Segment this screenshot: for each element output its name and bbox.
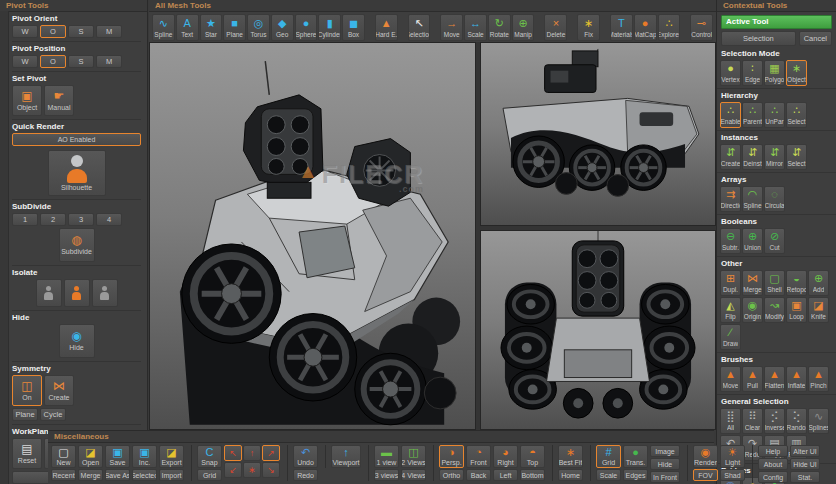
instance-create-button[interactable]: ⇵Create: [720, 144, 741, 170]
duplicate-button[interactable]: ⊞Dupl.: [720, 270, 741, 296]
export-button[interactable]: ◪Export: [159, 445, 184, 468]
redo-button[interactable]: Redo: [293, 469, 318, 481]
hierarchy-select-button[interactable]: ∴Select: [786, 102, 807, 128]
object-mode-button[interactable]: ∗Object: [786, 60, 807, 86]
set-pivot-manual-button[interactable]: ☛Manual: [44, 85, 74, 116]
brush-flatten-button[interactable]: ▲Flatten: [764, 366, 785, 392]
modify-button[interactable]: ↝Modify: [764, 297, 785, 323]
matcap-button[interactable]: ●MatCap: [634, 14, 657, 41]
snap-button[interactable]: CSnap: [197, 445, 222, 468]
save-incremental-button[interactable]: ▣Inc.: [132, 445, 157, 468]
isolate-left-button[interactable]: [36, 279, 62, 307]
manip-tool-button[interactable]: ⊕Manip: [512, 14, 535, 41]
snap-up-left-button[interactable]: ↖: [224, 445, 242, 461]
rear-viewport[interactable]: [480, 230, 716, 430]
spline-tool-button[interactable]: ∿Spline: [152, 14, 175, 41]
text-tool-button[interactable]: AText: [176, 14, 199, 41]
recent-button[interactable]: Recent: [51, 469, 76, 481]
flip-button[interactable]: ◭Flip: [720, 297, 741, 323]
bottom-view-button[interactable]: Bottom: [520, 469, 545, 481]
draw-button[interactable]: ∕Draw: [720, 324, 741, 350]
symmetry-create-button[interactable]: ⋈Create: [44, 375, 74, 406]
torus-tool-button[interactable]: ◎Torus: [247, 14, 270, 41]
subdivide-button[interactable]: ◍Subdivide: [59, 228, 95, 262]
boolean-subtract-button[interactable]: ⊖Subtr.: [720, 228, 741, 254]
home-view-button[interactable]: Home: [558, 469, 583, 481]
symmetry-on-button[interactable]: ◫On: [12, 375, 42, 406]
save-as-button[interactable]: Save As: [105, 469, 130, 481]
pivot-orient-screen-button[interactable]: S: [68, 25, 94, 38]
star-tool-button[interactable]: ★Star: [200, 14, 223, 41]
image-hide-button[interactable]: Hide: [650, 458, 680, 470]
front-view-button[interactable]: ◔Front: [466, 445, 491, 468]
loop-button[interactable]: ▣Loop: [786, 297, 807, 323]
merge-objects-button[interactable]: ⋈Merge: [742, 270, 763, 296]
materials-button[interactable]: TMaterials: [610, 14, 633, 41]
one-view-button[interactable]: ▬1 view: [374, 445, 399, 468]
isolate-right-button[interactable]: [92, 279, 118, 307]
new-button[interactable]: ▢New: [51, 445, 76, 468]
pivot-orient-manual-button[interactable]: M: [96, 25, 122, 38]
viewport-button[interactable]: ↑Viewport: [331, 445, 361, 468]
geo-tool-button[interactable]: ◆Geo: [271, 14, 294, 41]
workplane-reset-button[interactable]: ▤Reset: [12, 438, 42, 469]
hierarchy-enable-button[interactable]: ∴Enable: [720, 102, 741, 128]
light-button[interactable]: ☀Light: [720, 445, 745, 468]
explorer-button[interactable]: ∴Explorer: [658, 14, 681, 41]
knife-button[interactable]: ◪Knife: [808, 297, 829, 323]
hide-ui-button[interactable]: Hide UI: [790, 458, 820, 470]
brush-pull-button[interactable]: ▲Pull: [742, 366, 763, 392]
select-inverse-button[interactable]: ⡪Inverse: [764, 408, 785, 434]
control-button[interactable]: ⊸Control: [690, 14, 713, 41]
active-tool-cancel-button[interactable]: Cancel: [799, 31, 832, 46]
boolean-cut-button[interactable]: ⊘Cut: [764, 228, 785, 254]
pivot-orient-world-button[interactable]: W: [12, 25, 38, 38]
grid-scale-button[interactable]: Scale: [596, 469, 621, 481]
pivot-orient-object-button[interactable]: O: [40, 25, 66, 38]
boolean-union-button[interactable]: ⊕Union: [742, 228, 763, 254]
best-fit-button[interactable]: ∗Best Fit: [558, 445, 583, 468]
isolate-selected-button[interactable]: [64, 279, 90, 307]
silhouette-button[interactable]: Silhouette: [48, 150, 106, 196]
ortho-button[interactable]: Ortho: [439, 469, 464, 481]
snap-up-button[interactable]: ↑: [243, 445, 261, 461]
subdivide-level-2-button[interactable]: 2: [40, 213, 66, 226]
save-selected-button[interactable]: Selected: [132, 469, 157, 481]
perspective-button[interactable]: ◑Persp.: [439, 445, 464, 468]
hierarchy-unparent-button[interactable]: ∴UnPar: [764, 102, 785, 128]
snap-up-right-button[interactable]: ↗: [262, 445, 280, 461]
polygon-mode-button[interactable]: ▦Polygon: [764, 60, 785, 86]
retopo-button[interactable]: ◒Retopo: [786, 270, 807, 296]
pivot-position-world-button[interactable]: W: [12, 55, 38, 68]
instance-select-button[interactable]: ⇵Select: [786, 144, 807, 170]
instance-deinstance-button[interactable]: ⇵Deinst: [742, 144, 763, 170]
right-view-button[interactable]: ◕Right: [493, 445, 518, 468]
sphere-tool-button[interactable]: ●Sphere: [295, 14, 318, 41]
shadow-button[interactable]: Shad: [720, 469, 745, 481]
select-clear-button[interactable]: ⠿Clear: [742, 408, 763, 434]
array-direction-button[interactable]: ⇉Direction: [720, 186, 741, 212]
delete-button[interactable]: ×Delete: [544, 14, 567, 41]
origin-button[interactable]: ◉Origin: [742, 297, 763, 323]
hard-edge-button[interactable]: ▲Hard E.: [375, 14, 398, 41]
subdivide-level-3-button[interactable]: 3: [68, 213, 94, 226]
back-view-button[interactable]: Back: [466, 469, 491, 481]
open-button[interactable]: ◪Open: [78, 445, 103, 468]
fov-button[interactable]: FOV: [693, 469, 718, 481]
brush-move-button[interactable]: ▲Move: [720, 366, 741, 392]
transparency-button[interactable]: ●Trans.: [623, 445, 648, 468]
set-pivot-object-button[interactable]: ▣Object: [12, 85, 42, 116]
snap-grid-button[interactable]: Grid: [197, 469, 222, 481]
pivot-position-screen-button[interactable]: S: [68, 55, 94, 68]
top-view-button[interactable]: ◓Top: [520, 445, 545, 468]
rotate-tool-button[interactable]: ↻Rotate: [488, 14, 511, 41]
image-in-front-button[interactable]: In Front: [650, 471, 680, 483]
brush-pinch-button[interactable]: ▲Pinch: [808, 366, 829, 392]
image-button[interactable]: Image: [650, 445, 680, 457]
move-tool-button[interactable]: →Move: [440, 14, 463, 41]
three-views-button[interactable]: 3 views: [374, 469, 399, 481]
select-all-button[interactable]: ⣿All: [720, 408, 741, 434]
brush-inflate-button[interactable]: ▲Inflate: [786, 366, 807, 392]
shell-button[interactable]: ▢Shell: [764, 270, 785, 296]
grid-toggle-button[interactable]: #Grid: [596, 445, 621, 468]
